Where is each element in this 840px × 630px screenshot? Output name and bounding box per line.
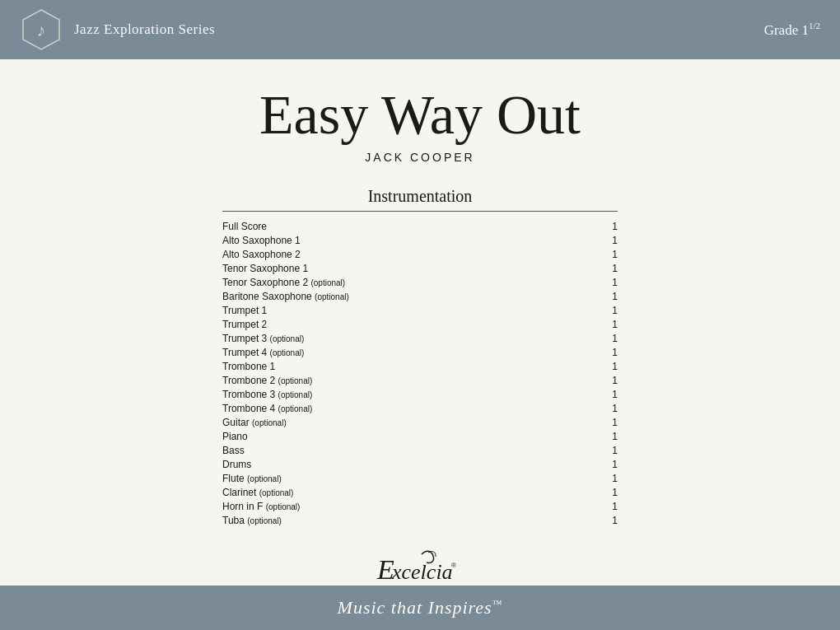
instrument-count: 1 [604, 375, 618, 386]
svg-text:xcelcia: xcelcia [391, 560, 453, 584]
footer-bar: Music that Inspires™ [0, 586, 840, 630]
instrument-name: Trombone 2 (optional) [222, 375, 312, 386]
instrument-row: Alto Saxophone 11 [222, 234, 618, 248]
publisher-logo-icon: ♪ [20, 8, 63, 51]
instrument-count: 1 [604, 501, 618, 512]
instrument-name: Alto Saxophone 2 [222, 249, 301, 260]
instrument-name: Bass [222, 445, 245, 456]
instrument-count: 1 [604, 319, 618, 330]
instrument-row: Trumpet 4 (optional)1 [222, 346, 618, 360]
instrument-name: Alto Saxophone 1 [222, 235, 301, 246]
instrument-row: Trombone 4 (optional)1 [222, 402, 618, 416]
instrument-row: Tenor Saxophone 11 [222, 262, 618, 276]
instrument-count: 1 [604, 487, 618, 498]
instrument-count: 1 [604, 459, 618, 470]
instrument-row: Guitar (optional)1 [222, 416, 618, 430]
instrument-row: Tuba (optional)1 [222, 514, 618, 528]
instrument-count: 1 [604, 403, 618, 414]
instrument-name: Trombone 1 [222, 361, 275, 372]
instrument-row: Piano1 [222, 430, 618, 444]
instrument-count: 1 [604, 263, 618, 274]
instrument-count: 1 [604, 249, 618, 260]
instrument-name: Flute (optional) [222, 473, 282, 484]
instrument-name: Horn in F (optional) [222, 501, 300, 512]
piece-title: Easy Way Out [259, 84, 581, 146]
instrument-name: Trumpet 2 [222, 319, 267, 330]
instrument-row: Full Score1 [222, 220, 618, 234]
instrument-name: Clarinet (optional) [222, 487, 293, 498]
instrument-name: Tenor Saxophone 1 [222, 263, 308, 274]
instrument-count: 1 [604, 235, 618, 246]
instrument-row: Trumpet 3 (optional)1 [222, 332, 618, 346]
instrument-row: Alto Saxophone 21 [222, 248, 618, 262]
instrument-row: Flute (optional)1 [222, 472, 618, 486]
instrument-name: Trombone 4 (optional) [222, 403, 312, 414]
instrument-row: Trombone 11 [222, 360, 618, 374]
instrument-count: 1 [604, 305, 618, 316]
series-title: Jazz Exploration Series [74, 21, 215, 38]
main-content: Easy Way Out JACK COOPER Instrumentation… [0, 59, 840, 586]
instrument-name: Drums [222, 459, 251, 470]
instrument-count: 1 [604, 291, 618, 302]
header-bar: ♪ Jazz Exploration Series Grade 11/2 [0, 0, 840, 59]
instrument-count: 1 [604, 445, 618, 456]
header-left: ♪ Jazz Exploration Series [20, 8, 215, 51]
excelcia-logo-svg: E xcelcia ® [371, 548, 469, 590]
instrument-count: 1 [604, 417, 618, 428]
instrument-row: Clarinet (optional)1 [222, 486, 618, 500]
instrument-count: 1 [604, 361, 618, 372]
instrument-count: 1 [604, 333, 618, 344]
instrument-count: 1 [604, 515, 618, 526]
instrument-count: 1 [604, 431, 618, 442]
instrument-row: Bass1 [222, 444, 618, 458]
instrument-count: 1 [604, 347, 618, 358]
instrument-row: Horn in F (optional)1 [222, 500, 618, 514]
grade-label: Grade 11/2 [764, 21, 820, 39]
svg-text:®: ® [451, 562, 456, 569]
composer-name: JACK COOPER [365, 151, 474, 164]
instrumentation-section: Instrumentation Full Score1Alto Saxophon… [222, 187, 618, 528]
instrumentation-heading: Instrumentation [222, 187, 618, 206]
instrument-name: Trumpet 1 [222, 305, 267, 316]
instrument-count: 1 [604, 221, 618, 232]
footer-tagline: Music that Inspires™ [338, 597, 503, 618]
instrument-row: Tenor Saxophone 2 (optional)1 [222, 276, 618, 290]
svg-text:♪: ♪ [37, 20, 46, 40]
instrument-list: Full Score1Alto Saxophone 11Alto Saxopho… [222, 220, 618, 528]
instrument-count: 1 [604, 277, 618, 288]
instrument-name: Trumpet 4 (optional) [222, 347, 304, 358]
divider [222, 211, 618, 212]
instrument-count: 1 [604, 389, 618, 400]
instrument-count: 1 [604, 473, 618, 484]
instrument-name: Trumpet 3 (optional) [222, 333, 304, 344]
instrument-name: Guitar (optional) [222, 417, 287, 428]
instrument-row: Trombone 3 (optional)1 [222, 388, 618, 402]
instrument-name: Baritone Saxophone (optional) [222, 291, 349, 302]
instrument-name: Full Score [222, 221, 267, 232]
instrument-name: Trombone 3 (optional) [222, 389, 312, 400]
instrument-row: Trumpet 11 [222, 304, 618, 318]
instrument-row: Drums1 [222, 458, 618, 472]
instrument-row: Trombone 2 (optional)1 [222, 374, 618, 388]
instrument-row: Baritone Saxophone (optional)1 [222, 290, 618, 304]
instrument-name: Tuba (optional) [222, 515, 282, 526]
instrument-name: Tenor Saxophone 2 (optional) [222, 277, 345, 288]
instrument-name: Piano [222, 431, 248, 442]
instrument-row: Trumpet 21 [222, 318, 618, 332]
